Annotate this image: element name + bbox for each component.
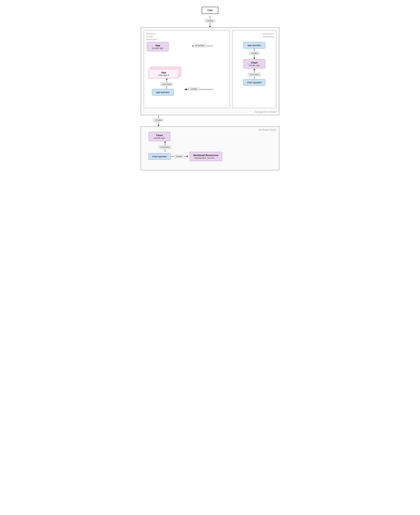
inner-namespace-boxes: Workload Cluster namespace App bundle ap… xyxy=(144,30,276,108)
v-line-2 xyxy=(210,23,210,26)
giantswarm-namespace: giantswarm namespace app-operator create… xyxy=(232,30,276,108)
creates-child-label: creates xyxy=(189,87,199,90)
child-app-section: App child app N reconciles xyxy=(149,66,226,96)
chart-bundle-wc-subtitle: bundle app xyxy=(152,137,167,139)
installs-label: installs xyxy=(174,154,184,158)
v-line-gs-2 xyxy=(254,55,255,58)
reconciles-chart-connector: reconciles xyxy=(248,69,261,79)
arrow-down-1 xyxy=(209,26,211,27)
reconciles-wc-label: reconciles xyxy=(159,145,172,149)
workload-cluster: Workload Cluster Chart bundle app reconc… xyxy=(141,126,279,170)
child-app-subtitle: child app N xyxy=(152,74,175,76)
chart-bundle-wc-title: Chart xyxy=(152,134,167,137)
arrow-up-chart xyxy=(253,69,255,70)
v-line-wc-1 xyxy=(165,143,165,145)
wc-reconciles-connector: reconciles xyxy=(159,141,172,152)
app-operator-wl-label: app-operator xyxy=(156,91,170,94)
management-cluster-label: Management Cluster xyxy=(255,110,277,113)
management-cluster: Management Cluster Workload Cluster name… xyxy=(141,27,279,115)
child-app-stack: App child app N xyxy=(149,69,179,78)
app-operator-gs-box: app-operator xyxy=(243,42,265,49)
arrow-up-wc xyxy=(164,141,166,143)
user-box: User xyxy=(202,7,218,14)
gsns-content: app-operator creates Chart bu xyxy=(235,38,273,86)
reconciles-child-label: reconciles xyxy=(160,82,173,86)
workload-ns-label: Workload Cluster namespace xyxy=(146,32,158,41)
wns-top-row: App bundle app xyxy=(147,42,226,51)
v-line-wc-2 xyxy=(165,149,165,152)
chart-bundle-gs-box: Chart bundle app xyxy=(243,59,265,69)
chart-bundle-wc-box: Chart bundle app xyxy=(149,132,170,141)
workload-resources-box: Workload Resources deployment, service, … xyxy=(189,152,222,161)
app-bundle-subtitle: bundle app xyxy=(150,47,165,49)
between-creates-text: creates xyxy=(155,119,162,121)
app-bundle-title: App xyxy=(150,44,165,47)
reconciles-chart-label: reconciles xyxy=(248,73,261,76)
user-section: User creates xyxy=(141,7,279,27)
user-creates-connector: creates xyxy=(205,15,215,27)
creates-label-1: creates xyxy=(205,19,215,23)
wc-bottom-row: chart-operator installs Work xyxy=(149,152,222,161)
between-clusters: creates xyxy=(141,115,279,126)
user-label: User xyxy=(207,9,213,12)
app-bundle-box: App bundle app xyxy=(147,42,169,51)
chart-bundle-gs-title: Chart xyxy=(247,61,262,64)
chart-operator-gs-label: chart-operator xyxy=(247,81,262,84)
workload-resources-subtitle: deployment, service, ... xyxy=(193,157,218,159)
creates-gs-label: creates xyxy=(249,51,259,55)
installs-text: installs xyxy=(176,155,182,158)
v-line-child-1 xyxy=(166,80,167,82)
reconciles-app-label: reconciles xyxy=(194,44,206,47)
creates-child-text: creates xyxy=(189,87,199,91)
h-line-installs-1 xyxy=(171,156,174,157)
user-node: User xyxy=(202,7,218,14)
v-line-chart-1 xyxy=(254,70,255,73)
arrow-up-child xyxy=(166,78,168,80)
v-line-between-2 xyxy=(158,122,159,125)
v-line-chart-2 xyxy=(254,76,255,79)
arrow-right-installs xyxy=(187,155,188,157)
between-creates-label: creates xyxy=(153,118,164,122)
creates-gs-text: creates xyxy=(251,52,257,54)
reconciles-child-connector: reconciles xyxy=(160,78,173,89)
chart-bundle-gs-subtitle: bundle app xyxy=(247,64,262,66)
v-line-between-1 xyxy=(158,115,159,118)
reconciles-chart-text: reconciles xyxy=(250,73,259,76)
workload-cluster-label: Workload Cluster xyxy=(259,128,277,131)
between-creates-connector: creates xyxy=(153,115,164,126)
diagram-container: User creates Management Cluster Workload… xyxy=(141,7,279,170)
v-line-gs-1 xyxy=(254,49,255,51)
app-operator-gs-label: app-operator xyxy=(248,44,261,47)
chart-operator-wc-label: chart-operator xyxy=(152,155,167,158)
wc-left-col: Chart bundle app reconciles chart-operat… xyxy=(149,132,222,161)
workload-resources-title: Workload Resources xyxy=(193,154,218,157)
child-app-box: App child app N xyxy=(149,69,179,78)
giantswarm-ns-label: giantswarm namespace xyxy=(262,32,274,38)
gs-creates-connector: creates xyxy=(249,49,259,59)
app-operator-wl-box: app-operator xyxy=(152,89,174,96)
chart-operator-wc-box: chart-operator xyxy=(149,153,171,160)
reconciles-child-text: reconciles xyxy=(162,83,171,86)
child-app-title: App xyxy=(152,71,175,74)
h-line-installs-2 xyxy=(184,156,187,157)
v-line-1 xyxy=(210,15,210,19)
v-line-child-2 xyxy=(166,86,167,89)
creates-text-1: creates xyxy=(207,20,213,22)
installs-connector: installs xyxy=(171,154,188,158)
arrow-down-between xyxy=(158,125,160,126)
workload-cluster-content: Chart bundle app reconciles chart-operat… xyxy=(145,130,275,161)
arrow-down-gs xyxy=(253,58,255,59)
reconciles-wc-text: reconciles xyxy=(160,146,170,148)
reconciles-app-text: reconciles xyxy=(194,44,206,47)
chart-operator-gs-box: chart-operator xyxy=(243,79,265,86)
workload-cluster-namespace: Workload Cluster namespace App bundle ap… xyxy=(144,30,230,108)
